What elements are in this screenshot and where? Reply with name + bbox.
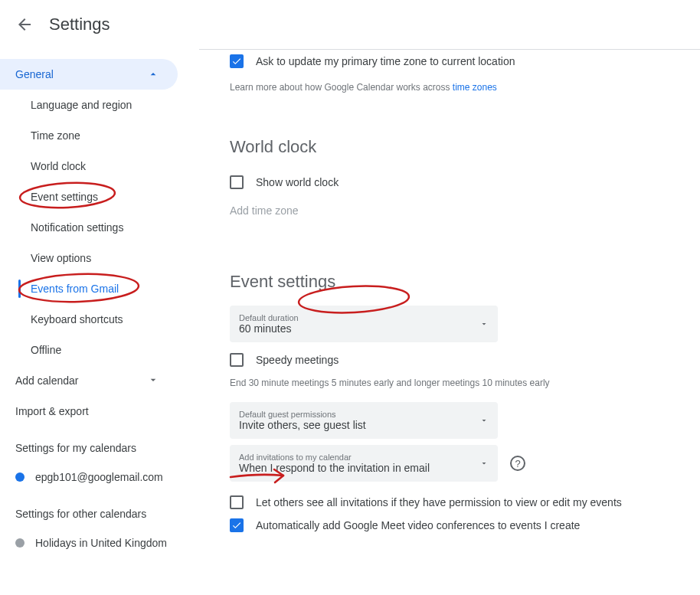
default-duration-select[interactable]: Default duration 60 minutes: [230, 306, 498, 342]
guest-permissions-label: Default guest permissions: [239, 410, 366, 419]
checkbox-unchecked-icon: [230, 495, 244, 509]
default-duration-label: Default duration: [239, 313, 299, 322]
calendar-color-dot: [15, 538, 25, 548]
checkbox-checked-icon: [230, 518, 244, 532]
caret-down-icon: [479, 319, 489, 329]
nav-item-keyboard-shortcuts[interactable]: Keyboard shortcuts: [0, 304, 199, 335]
nav-import-export[interactable]: Import & export: [0, 396, 178, 427]
add-invitations-value: When I respond to the invitation in emai…: [239, 462, 430, 475]
speedy-meetings-checkbox-row[interactable]: Speedy meetings: [230, 348, 688, 371]
calendar-item-primary[interactable]: epgb101@googlemail.com: [0, 462, 199, 492]
chevron-up-icon: [147, 68, 159, 80]
guest-permissions-value: Invite others, see guest list: [239, 419, 366, 432]
guest-permissions-select[interactable]: Default guest permissions Invite others,…: [230, 402, 498, 439]
add-invitations-label: Add invitations to my calendar: [239, 453, 430, 462]
calendar-item-holidays[interactable]: Holidays in United Kingdom: [0, 528, 199, 558]
show-world-clock-label: Show world clock: [256, 176, 339, 188]
tz-update-label: Ask to update my primary time zone to cu…: [256, 55, 515, 67]
settings-header: Settings: [0, 0, 700, 49]
calendar-color-dot: [15, 472, 25, 482]
settings-main: Ask to update my primary time zone to cu…: [199, 50, 700, 595]
nav-item-world-clock[interactable]: World clock: [0, 151, 199, 181]
nav-item-language-region[interactable]: Language and region: [0, 90, 199, 120]
page-title: Settings: [49, 15, 110, 34]
event-settings-heading: Event settings: [230, 272, 335, 292]
nav-group-general[interactable]: General: [0, 59, 178, 90]
other-calendars-label: Settings for other calendars: [0, 492, 199, 528]
tz-helper: Learn more about how Google Calendar wor…: [230, 73, 688, 100]
help-icon[interactable]: ?: [510, 456, 525, 471]
checkbox-unchecked-icon: [230, 175, 244, 189]
world-clock-heading: World clock: [230, 137, 316, 157]
speedy-meetings-hint: End 30 minute meetings 5 minutes early a…: [230, 371, 688, 402]
checkbox-checked-icon: [230, 54, 244, 68]
nav-item-view-options[interactable]: View options: [0, 243, 199, 273]
arrow-left-icon: [15, 15, 34, 34]
tz-update-checkbox-row[interactable]: Ask to update my primary time zone to cu…: [230, 50, 688, 73]
nav-item-offline[interactable]: Offline: [0, 335, 199, 365]
checkbox-unchecked-icon: [230, 353, 244, 367]
show-world-clock-checkbox-row[interactable]: Show world clock: [230, 171, 688, 194]
nav-item-event-settings[interactable]: Event settings: [0, 181, 199, 212]
add-invitations-select[interactable]: Add invitations to my calendar When I re…: [230, 445, 498, 482]
my-calendars-label: Settings for my calendars: [0, 427, 199, 462]
auto-meet-label: Automatically add Google Meet video conf…: [256, 519, 580, 531]
nav-item-time-zone[interactable]: Time zone: [0, 120, 199, 151]
let-others-checkbox-row[interactable]: Let others see all invitations if they h…: [230, 491, 688, 514]
default-duration-value: 60 minutes: [239, 322, 299, 335]
speedy-meetings-label: Speedy meetings: [256, 354, 339, 366]
nav-item-notification-settings[interactable]: Notification settings: [0, 212, 199, 243]
chevron-down-icon: [147, 374, 159, 388]
caret-down-icon: [479, 459, 489, 468]
let-others-label: Let others see all invitations if they h…: [256, 496, 622, 508]
nav-add-calendar[interactable]: Add calendar: [0, 365, 178, 396]
back-button[interactable]: [6, 6, 43, 43]
nav-group-label: General: [15, 68, 54, 80]
settings-sidebar: General Language and region Time zone Wo…: [0, 50, 199, 595]
auto-meet-checkbox-row[interactable]: Automatically add Google Meet video conf…: [230, 514, 688, 537]
add-time-zone-button[interactable]: Add time zone: [230, 194, 688, 227]
caret-down-icon: [479, 416, 489, 425]
time-zones-link[interactable]: time zones: [453, 82, 497, 93]
nav-item-events-from-gmail[interactable]: Events from Gmail: [0, 273, 199, 304]
